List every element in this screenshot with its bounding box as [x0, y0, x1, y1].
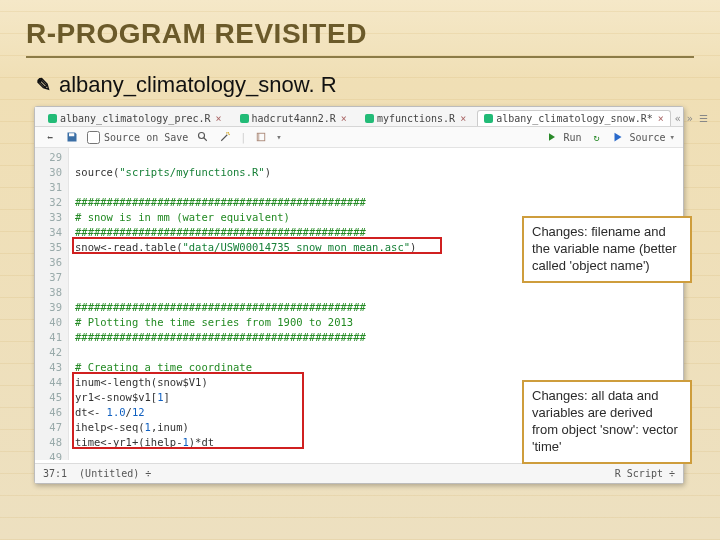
close-icon[interactable]: ×	[658, 113, 664, 124]
tab-label: hadcrut4ann2.R	[252, 113, 336, 124]
status-language[interactable]: R Script ÷	[615, 468, 675, 479]
bullet: ✎ albany_climatology_snow. R	[36, 72, 694, 98]
svg-point-0	[199, 133, 205, 139]
tab-file-3[interactable]: albany_climatology_snow.R* ×	[477, 110, 671, 126]
bullet-text: albany_climatology_snow. R	[59, 72, 337, 98]
line-gutter: 2930313233343536373839404142434445464748…	[35, 148, 69, 460]
tab-prev-icon[interactable]: «	[675, 113, 681, 124]
cursor-position: 37:1	[43, 468, 67, 479]
source-on-save-checkbox[interactable]	[87, 131, 100, 144]
annotation-2: Changes: all data and variables are deri…	[522, 380, 692, 464]
toolbar-separator: |	[240, 132, 246, 143]
rscript-icon	[240, 114, 249, 123]
save-icon[interactable]	[65, 130, 79, 144]
chevron-down-icon[interactable]: ▾	[670, 132, 675, 142]
source-on-save-label: Source on Save	[104, 132, 188, 143]
tab-next-icon[interactable]: »	[687, 113, 693, 124]
source-on-save-toggle[interactable]: Source on Save	[87, 131, 188, 144]
svg-line-1	[204, 138, 207, 141]
tab-list-icon[interactable]: ☰	[699, 113, 708, 124]
tab-file-0[interactable]: albany_climatology_prec.R ×	[41, 110, 229, 126]
pencil-icon: ✎	[36, 74, 51, 96]
wand-icon[interactable]	[218, 130, 232, 144]
rscript-icon	[484, 114, 493, 123]
tab-label: myfunctions.R	[377, 113, 455, 124]
tab-label: albany_climatology_prec.R	[60, 113, 211, 124]
rerun-icon[interactable]: ↻	[589, 130, 603, 144]
tab-file-2[interactable]: myfunctions.R ×	[358, 110, 473, 126]
annotation-1: Changes: filename and the variable name …	[522, 216, 692, 283]
title-divider	[26, 56, 694, 58]
rscript-icon	[365, 114, 374, 123]
notebook-icon[interactable]	[254, 130, 268, 144]
search-icon[interactable]	[196, 130, 210, 144]
status-section-name[interactable]: (Untitled) ÷	[67, 468, 615, 479]
tab-label: albany_climatology_snow.R*	[496, 113, 653, 124]
close-icon[interactable]: ×	[341, 113, 347, 124]
tab-file-1[interactable]: hadcrut4ann2.R ×	[233, 110, 354, 126]
editor-tabstrip: albany_climatology_prec.R × hadcrut4ann2…	[35, 107, 683, 127]
dropdown-icon[interactable]: ▾	[276, 132, 281, 142]
close-icon[interactable]: ×	[460, 113, 466, 124]
back-icon[interactable]: ⬅	[43, 130, 57, 144]
close-icon[interactable]: ×	[216, 113, 222, 124]
run-button[interactable]: Run	[545, 130, 581, 144]
editor-toolbar: ⬅ Source on Save | ▾ Run ↻ Source ▾	[35, 127, 683, 148]
status-bar: 37:1 (Untitled) ÷ R Script ÷	[35, 463, 683, 483]
slide-title: R-PROGRAM REVISITED	[26, 18, 694, 50]
source-button[interactable]: Source ▾	[611, 130, 675, 144]
rscript-icon	[48, 114, 57, 123]
